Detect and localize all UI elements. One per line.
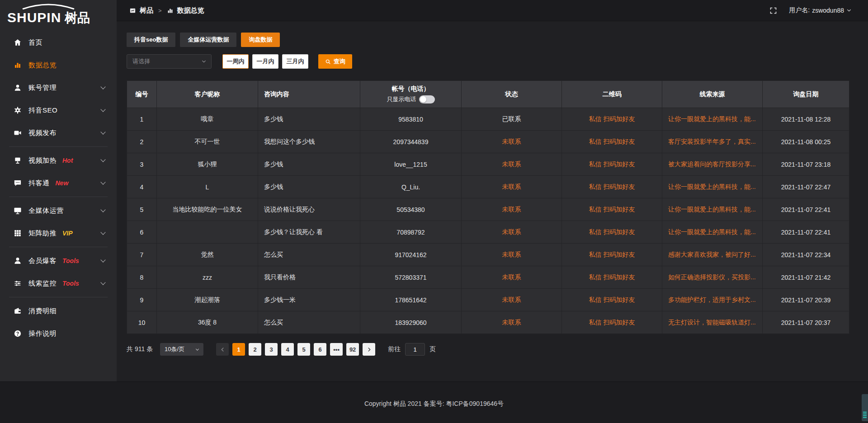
sidebar-item-label: 会员爆客 (28, 257, 57, 265)
sidebar-item[interactable]: 矩阵助推 VIP (0, 222, 117, 244)
cell-date: 2021-11-07 21:42 (763, 266, 849, 289)
cell-source-link[interactable]: 让你一眼就爱上的黑科技，能... (662, 176, 763, 198)
equalizer-bar (863, 414, 867, 414)
tab-button[interactable]: 抖音seo数据 (127, 33, 175, 47)
page-button[interactable]: 1 (232, 343, 245, 356)
page-button[interactable]: 92 (346, 343, 359, 356)
cell-date: 2021-11-07 20:39 (763, 289, 849, 311)
sidebar-item[interactable]: 抖音SEO (0, 99, 117, 122)
page-button[interactable]: 2 (249, 343, 261, 356)
sidebar-item-label: 数据总览 (28, 61, 57, 70)
sidebar-item-label: 消费明细 (28, 307, 57, 315)
cell-qrcode-link[interactable]: 私信 扫码加好友 (562, 244, 662, 266)
sidebar-item[interactable]: 操作说明 (0, 322, 117, 345)
cell-nickname: 觉然 (157, 244, 258, 266)
jump-suffix: 页 (429, 345, 436, 353)
body-row: SHUPIN 树品 首页 数据总览 (0, 0, 868, 381)
sidebar-item-label: 首页 (28, 38, 42, 47)
cell-status: 未联系 (462, 221, 562, 244)
sidebar-item[interactable]: 消费明细 (0, 300, 117, 322)
chevron-down-icon (100, 257, 105, 262)
cell-content: 说说价格让我死心 (258, 198, 360, 221)
sidebar-item-icon (14, 61, 22, 69)
cell-number: 3 (127, 153, 157, 176)
equalizer-bar (863, 417, 867, 418)
tab-button[interactable]: 询盘数据 (241, 33, 280, 47)
sidebar-item[interactable]: 首页 (0, 31, 117, 54)
page-button[interactable]: ••• (330, 343, 343, 356)
search-button[interactable]: 查询 (318, 54, 352, 69)
app-logo[interactable]: SHUPIN 树品 (0, 0, 117, 28)
cell-qrcode-link[interactable]: 私信 扫码加好友 (562, 311, 662, 334)
sidebar-item[interactable]: 视频加热 Hot (0, 149, 117, 172)
page-button[interactable]: 4 (281, 343, 294, 356)
sidebar-item-label: 矩阵助推 (28, 229, 57, 238)
table-row: 4 L 多少钱 Q_Liu. 未联系 私信 扫码加好友 让你一眼就爱上的黑科技，… (127, 176, 849, 198)
page-button[interactable]: 5 (297, 343, 310, 356)
sidebar-item-badge: New (56, 179, 69, 187)
sidebar-item[interactable]: 线索监控 Tools (0, 272, 117, 295)
col-date: 询盘日期 (763, 81, 849, 108)
page-button[interactable]: 6 (314, 343, 326, 356)
sidebar-item[interactable]: 全媒体运营 (0, 199, 117, 222)
floating-widget[interactable] (862, 394, 868, 421)
cell-qrcode-link[interactable]: 私信 扫码加好友 (562, 108, 662, 131)
cell-source-link[interactable]: 让你一眼就爱上的黑科技，能... (662, 108, 763, 131)
next-page-button[interactable] (363, 343, 375, 356)
cell-source-link[interactable]: 让你一眼就爱上的黑科技，能... (662, 221, 763, 244)
fullscreen-icon[interactable] (769, 7, 777, 14)
cell-qrcode-link[interactable]: 私信 扫码加好友 (562, 289, 662, 311)
cell-qrcode-link[interactable]: 私信 扫码加好友 (562, 131, 662, 153)
user-menu[interactable]: 用户名: zswodun88 (789, 6, 852, 14)
period-buttons: 一周内 一月内 三月内 (222, 54, 308, 69)
table-row: 2 不可一世 我想问这个多少钱 2097344839 未联系 私信 扫码加好友 … (127, 131, 849, 153)
menu-divider (9, 146, 108, 147)
page-size-select[interactable]: 10条/页 (160, 343, 203, 356)
cell-source-link[interactable]: 客厅安装投影半年多了，真实... (662, 131, 763, 153)
cell-content: 多少钱一米 (258, 289, 360, 311)
sidebar-item-icon (14, 38, 22, 47)
logo-text-cn: 树品 (65, 9, 90, 27)
menu-divider (9, 297, 108, 297)
col-qrcode: 二维码 (562, 81, 662, 108)
tab-button[interactable]: 全媒体运营数据 (180, 33, 236, 47)
period-button[interactable]: 一月内 (252, 54, 278, 69)
sidebar-item[interactable]: 会员爆客 Tools (0, 249, 117, 272)
cell-source-link[interactable]: 让你一眼就爱上的黑科技，能... (662, 198, 763, 221)
cell-source-link[interactable]: 无主灯设计，智能磁吸轨道灯... (662, 311, 763, 334)
bar-chart-icon (167, 7, 174, 14)
sidebar-item[interactable]: 视频发布 (0, 122, 117, 144)
sidebar-item-badge: Hot (62, 157, 73, 164)
sidebar-item-badge: Tools (62, 257, 79, 264)
cell-source-link[interactable]: 感谢大家喜欢我家，被问了好... (662, 244, 763, 266)
jump-page-input[interactable] (405, 343, 425, 356)
cell-date: 2021-11-08 12:28 (763, 108, 849, 131)
sidebar-item[interactable]: 数据总览 (0, 54, 117, 76)
cell-content: 我想问这个多少钱 (258, 131, 360, 153)
cell-source-link[interactable]: 多功能护栏灯，适用于乡村文... (662, 289, 763, 311)
filter-bar: 请选择 一周内 一月内 三月内 查询 (127, 54, 849, 69)
cell-source-link[interactable]: 被大家追着问的客厅投影分享... (662, 153, 763, 176)
page-button[interactable]: 3 (265, 343, 278, 356)
cell-qrcode-link[interactable]: 私信 扫码加好友 (562, 198, 662, 221)
filter-select[interactable]: 请选择 (127, 54, 212, 69)
cell-nickname (157, 221, 258, 244)
cell-qrcode-link[interactable]: 私信 扫码加好友 (562, 266, 662, 289)
sidebar-item-label: 账号管理 (28, 84, 57, 92)
cell-qrcode-link[interactable]: 私信 扫码加好友 (562, 153, 662, 176)
phone-only-toggle[interactable] (419, 95, 435, 103)
cell-content: 怎么买 (258, 244, 360, 266)
cell-qrcode-link[interactable]: 私信 扫码加好友 (562, 221, 662, 244)
col-source: 线索来源 (662, 81, 763, 108)
period-button[interactable]: 一周内 (222, 54, 249, 69)
sidebar-item-icon (14, 307, 22, 315)
breadcrumb-root[interactable]: 树品 (140, 6, 153, 15)
cell-qrcode-link[interactable]: 私信 扫码加好友 (562, 176, 662, 198)
cell-source-link[interactable]: 如何正确选择投影仪，买投影... (662, 266, 763, 289)
sidebar-item[interactable]: 抖客通 New (0, 172, 117, 194)
period-button[interactable]: 三月内 (282, 54, 308, 69)
cell-account: love__1215 (360, 153, 462, 176)
sidebar-item[interactable]: 账号管理 (0, 76, 117, 99)
prev-page-button[interactable] (216, 343, 229, 356)
table-row: 6 多少钱？让我死心 看 70898792 未联系 私信 扫码加好友 让你一眼就… (127, 221, 849, 244)
